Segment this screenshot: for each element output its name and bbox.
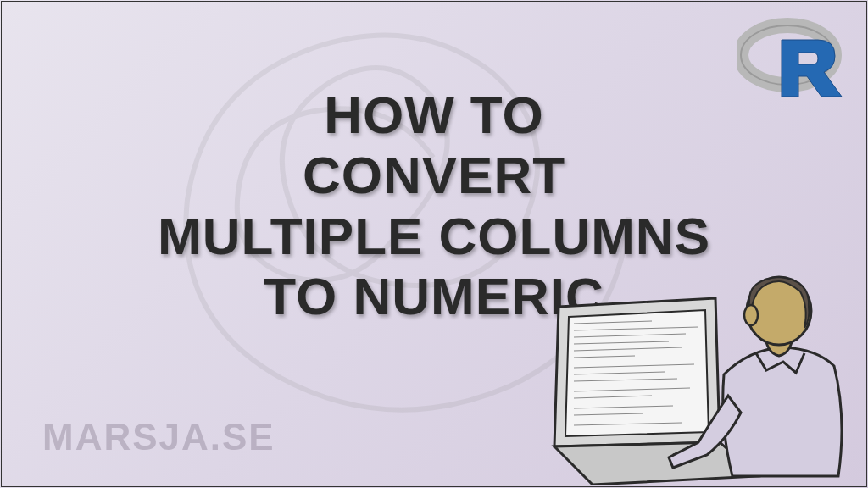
- r-language-logo-icon: [737, 17, 847, 105]
- title-line-2: CONVERT: [43, 145, 825, 205]
- site-watermark: MARSJA.SE: [42, 416, 275, 458]
- title-line-1: HOW TO: [43, 85, 825, 145]
- svg-point-17: [744, 305, 758, 325]
- banner-container: HOW TO CONVERT MULTIPLE COLUMNS TO NUMER…: [0, 0, 868, 488]
- person-laptop-illustration: [533, 247, 855, 488]
